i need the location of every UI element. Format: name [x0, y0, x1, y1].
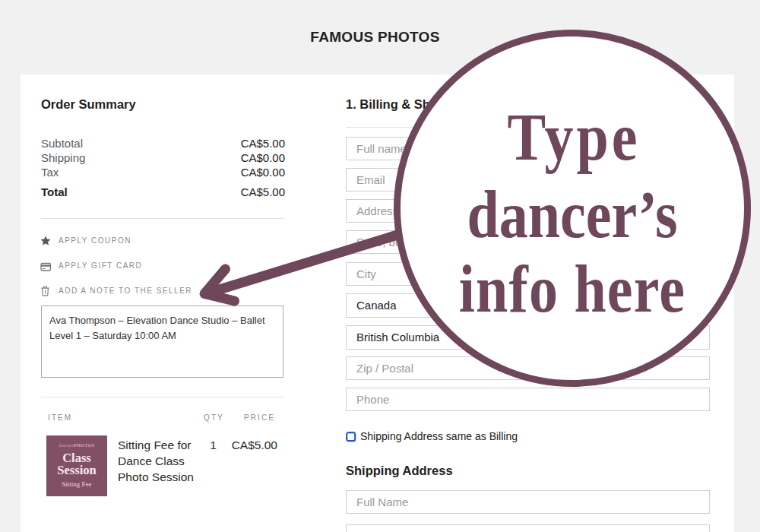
svg-text:Type: Type: [507, 99, 640, 174]
svg-text:info here: info here: [459, 251, 686, 326]
svg-text:dancer’s: dancer’s: [467, 176, 677, 252]
